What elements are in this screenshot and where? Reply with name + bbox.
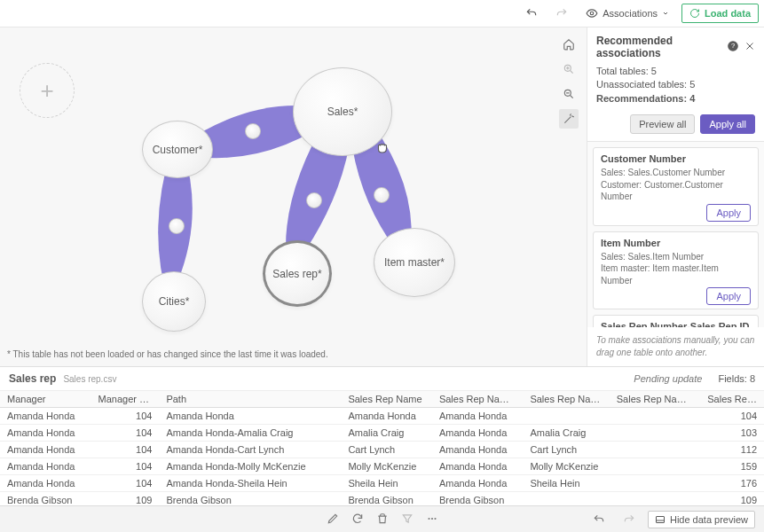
associations-canvas[interactable]: Customer* Sales* Cities* Sales rep* Item… — [0, 27, 587, 366]
home-view-button[interactable] — [559, 35, 579, 54]
column-header[interactable]: Sales Rep Name2 — [523, 391, 609, 408]
panel-title: Recommended associations — [596, 35, 721, 59]
card-line: Customer: Customer.Customer Number — [601, 179, 751, 203]
table-row[interactable]: Brenda Gibson109Brenda GibsonBrenda Gibs… — [0, 492, 764, 506]
ellipsis-icon — [426, 512, 438, 525]
table-cell: Amanda Honda — [432, 408, 524, 425]
main-area: Customer* Sales* Cities* Sales rep* Item… — [0, 27, 764, 366]
zoom-out-button[interactable] — [559, 84, 579, 104]
graph-edges — [0, 27, 586, 366]
bubble-label: Cities* — [159, 295, 190, 308]
table-body: Amanda Honda104Amanda HondaAmanda HondaA… — [0, 408, 764, 506]
table-row[interactable]: Amanda Honda104Amanda Honda-Sheila HeinS… — [0, 475, 764, 492]
pencil-icon — [327, 512, 339, 525]
table-cell: Amalia Craig — [523, 425, 609, 442]
table-cell: 176 — [700, 475, 764, 492]
preview-all-button[interactable]: Preview all — [630, 114, 695, 134]
edge-node[interactable] — [169, 218, 185, 234]
more-button[interactable] — [426, 512, 438, 527]
card-title: Customer Number — [601, 153, 751, 164]
stat-value: 5 — [651, 66, 657, 76]
column-header[interactable]: Path — [159, 391, 341, 408]
apply-all-button[interactable]: Apply all — [700, 114, 755, 134]
recommendation-card[interactable]: Item Number Sales: Sales.Item Number Ite… — [593, 231, 759, 310]
table-row[interactable]: Amanda Honda104Amanda Honda-Molly McKenz… — [0, 458, 764, 475]
table-bubble-itemmaster[interactable]: Item master* — [374, 228, 455, 297]
table-row[interactable]: Amanda Honda104Amanda HondaAmanda HondaA… — [0, 408, 764, 425]
close-panel-button[interactable] — [744, 41, 755, 53]
apply-button[interactable]: Apply — [706, 204, 751, 222]
stat-value: 5 — [689, 79, 695, 90]
edge-node[interactable] — [245, 123, 261, 139]
svg-rect-8 — [656, 516, 664, 522]
zoom-out-icon — [563, 88, 575, 100]
column-header[interactable]: Manager — [0, 391, 91, 408]
redo-button[interactable] — [550, 4, 573, 22]
table-cell: Amalia Craig — [341, 425, 432, 442]
bottom-toolbar: Hide data preview — [0, 505, 764, 532]
recommendation-card[interactable]: Customer Number Sales: Sales.Customer Nu… — [593, 147, 759, 226]
hide-preview-label: Hide data preview — [670, 514, 748, 525]
chevron-down-icon — [662, 10, 669, 17]
table-cell: Amanda Honda — [0, 442, 91, 458]
table-cell: Molly McKenzie — [341, 458, 432, 475]
recommendation-list[interactable]: Customer Number Sales: Sales.Customer Nu… — [587, 141, 764, 327]
table-cell: Cart Lynch — [523, 442, 609, 458]
table-cell: 104 — [91, 408, 160, 425]
preview-fields-count: Fields: 8 — [718, 373, 755, 384]
column-header[interactable]: Sales Rep Name — [341, 391, 432, 408]
data-preview: Sales rep Sales rep.csv Pending update F… — [0, 366, 764, 505]
hide-preview-button[interactable]: Hide data preview — [648, 511, 755, 528]
table-cell: 104 — [91, 458, 160, 475]
panel-stats: Total tables: 5 Unassociated tables: 5 R… — [587, 65, 764, 111]
edge-node[interactable] — [306, 192, 322, 208]
column-header[interactable]: Sales Rep Name3 — [610, 391, 701, 408]
table-cell: 109 — [91, 492, 160, 506]
table-cell: 104 — [91, 425, 160, 442]
table-bubble-salesrep[interactable]: Sales rep* — [263, 240, 332, 307]
help-button[interactable]: ? — [727, 40, 739, 54]
table-cell — [610, 408, 701, 425]
recommendation-card[interactable]: Sales Rep Number-Sales Rep ID Sales: Sal… — [593, 315, 759, 327]
recommendations-panel: Recommended associations ? Total tables:… — [587, 27, 764, 366]
table-cell: Amanda Honda — [432, 442, 524, 458]
view-select[interactable]: Associations — [580, 4, 674, 22]
trash-icon — [376, 512, 389, 525]
add-table-placeholder[interactable]: + — [20, 63, 75, 118]
stat-label: Recommendations: — [596, 93, 687, 104]
table-cell: 112 — [700, 442, 764, 458]
preview-grid[interactable]: ManagerManager Nu…PathSales Rep NameSale… — [0, 390, 764, 505]
table-bubble-cities[interactable]: Cities* — [142, 271, 206, 332]
zoom-in-button[interactable] — [559, 59, 579, 79]
apply-button[interactable]: Apply — [706, 287, 751, 305]
column-header[interactable]: Manager Nu… — [91, 391, 160, 408]
svg-point-6 — [430, 517, 432, 519]
undo-preview-button[interactable] — [587, 511, 610, 528]
card-line: Sales: Sales.Item Number — [601, 251, 751, 263]
table-cell: 159 — [700, 458, 764, 475]
table-cell — [523, 492, 609, 506]
table-cell: Amanda Honda — [0, 475, 91, 492]
magic-wand-button[interactable] — [559, 109, 579, 129]
table-cell: Amanda Honda — [0, 425, 91, 442]
svg-point-0 — [591, 12, 595, 15]
canvas-tools — [558, 35, 579, 129]
refresh-icon — [689, 8, 700, 19]
undo-button[interactable] — [520, 4, 543, 22]
svg-point-7 — [434, 517, 436, 519]
stat-value: 4 — [689, 93, 695, 104]
delete-button[interactable] — [376, 512, 389, 527]
table-row[interactable]: Amanda Honda104Amanda Honda-Amalia Craig… — [0, 425, 764, 442]
column-header[interactable]: Sales Rep ID — [700, 391, 764, 408]
load-data-button[interactable]: Load data — [681, 4, 759, 23]
filter-clear-button[interactable] — [401, 512, 414, 527]
reload-button[interactable] — [351, 512, 364, 527]
redo-preview-button[interactable] — [618, 511, 641, 528]
edge-node[interactable] — [374, 187, 390, 203]
table-cell: Amanda Honda — [159, 408, 341, 425]
preview-table-name: Sales rep — [9, 372, 56, 385]
edit-button[interactable] — [327, 512, 339, 527]
table-row[interactable]: Amanda Honda104Amanda Honda-Cart LynchCa… — [0, 442, 764, 458]
column-header[interactable]: Sales Rep Name1 — [432, 391, 524, 408]
table-bubble-customer[interactable]: Customer* — [142, 121, 213, 178]
